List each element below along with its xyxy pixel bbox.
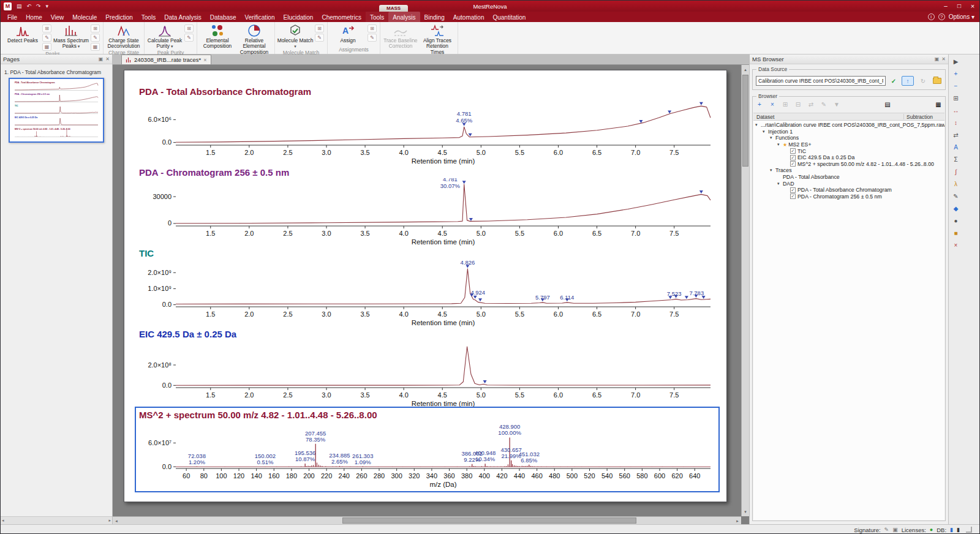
detect-peaks-button[interactable]: Detect Peaks	[4, 23, 41, 51]
vertical-scroll-thumb[interactable]	[742, 75, 748, 167]
trace-checkbox[interactable]: ✓	[790, 187, 796, 193]
tab-close-icon[interactable]: ×	[203, 57, 206, 63]
menu-view[interactable]: View	[47, 12, 69, 22]
expander-icon[interactable]: ▾	[755, 122, 761, 127]
chart-1[interactable]: PDA - Total Absorbance Chromatogram1.52.…	[138, 86, 717, 166]
document-tab[interactable]: 240308_IRB...rate traces* ×	[121, 55, 211, 64]
menu-chemometrics[interactable]: Chemometrics	[317, 12, 365, 22]
maximize-button[interactable]: □	[952, 1, 966, 12]
tree-item-injection-1[interactable]: ▾Injection 1	[753, 129, 944, 135]
quick-access-chevron-icon[interactable]: ▾	[43, 3, 51, 9]
menu-prediction[interactable]: Prediction	[101, 12, 137, 22]
link-traces-icon[interactable]: ⇄	[807, 100, 815, 109]
collapse-all-icon[interactable]: ⊟	[794, 100, 802, 109]
fit-width-tool-icon[interactable]: ↔	[951, 106, 961, 116]
molecule-match-button[interactable]: Molecule Match ▾	[277, 23, 314, 50]
signatureicon-2[interactable]: ▣	[892, 526, 898, 533]
open-folder-icon[interactable]	[933, 78, 941, 84]
small-tool-button[interactable]: ✎	[315, 34, 324, 42]
expander-icon[interactable]: ▾	[770, 135, 775, 140]
dbicon-1[interactable]: ▮	[950, 526, 953, 533]
menu-binding[interactable]: Binding	[420, 12, 449, 22]
elemental-composition-button[interactable]: Elemental Composition	[199, 23, 236, 55]
menu-quantitation[interactable]: Quantitation	[488, 12, 530, 22]
document-canvas[interactable]: PDA - Total Absorbance Chromatogram1.52.…	[113, 65, 741, 516]
tree-item-eic-429-5-da-0-25-da[interactable]: ✓EIC 429.5 Da ± 0.25 Da	[753, 154, 944, 161]
annotate-tool-icon[interactable]: A	[951, 143, 961, 152]
pin-panel-icon[interactable]: ▣	[99, 56, 104, 62]
resize-grip[interactable]	[966, 527, 972, 533]
document-vertical-scrollbar[interactable]: ▴ ▾	[741, 65, 749, 516]
trace-checkbox[interactable]: ✓	[790, 161, 796, 167]
small-tool-button[interactable]: ⊞	[42, 24, 51, 32]
pointer-tool-icon[interactable]: ▶	[951, 57, 961, 67]
delete-tool-icon[interactable]: ×	[951, 241, 961, 250]
chart-3[interactable]: TIC1.52.02.53.03.54.04.55.05.56.06.57.07…	[138, 248, 717, 328]
expander-icon[interactable]: ▾	[770, 168, 775, 173]
menu-database[interactable]: Database	[206, 12, 241, 22]
document-horizontal-scrollbar[interactable]: ◂ ▸	[113, 516, 741, 524]
edit-tool-icon[interactable]: ✎	[951, 192, 961, 201]
scroll-down-icon[interactable]: ▾	[742, 508, 749, 516]
small-tool-button[interactable]: ⊞	[184, 24, 194, 32]
dropdown-chevron-icon[interactable]: ▾	[77, 44, 80, 48]
tree-item-ms2-es[interactable]: ▾★MS2 ES+	[753, 141, 944, 148]
expander-icon[interactable]: ▾	[777, 181, 783, 186]
info-icon[interactable]: i	[928, 13, 935, 20]
fit-height-tool-icon[interactable]: ↕	[951, 118, 961, 128]
page-thumbnail[interactable]: PDA - Total Absorbance ChromatogramPDA -…	[9, 78, 104, 143]
expander-icon[interactable]: ▾	[763, 129, 768, 134]
close-button[interactable]: ×	[966, 1, 979, 12]
menu-automation[interactable]: Automation	[449, 12, 489, 22]
save-icon[interactable]: ▤	[14, 3, 24, 9]
tree-item-pda-total-absorbance-chromatogram[interactable]: ✓PDA - Total Absorbance Chromatogram	[753, 187, 944, 194]
subtraction-column-header[interactable]: Subtraction	[907, 114, 933, 120]
dropdown-chevron-icon[interactable]: ▾	[294, 44, 296, 48]
align-traces-retention-times-button[interactable]: Align Traces Retention Times	[419, 23, 456, 55]
menu-tools[interactable]: Tools	[137, 12, 160, 22]
expand-all-icon[interactable]: ⊞	[781, 100, 790, 109]
close-panel-icon[interactable]: ✕	[941, 56, 946, 62]
calculate-peak-purity-button[interactable]: Calculate Peak Purity ▾	[146, 23, 183, 50]
add-dataset-icon[interactable]: +	[755, 100, 764, 109]
menu-verification[interactable]: Verification	[241, 12, 279, 22]
redo-icon[interactable]: ↷	[34, 3, 43, 9]
charge-state-deconvolution-button[interactable]: Charge State Deconvolution	[105, 23, 142, 50]
edit-icon[interactable]: ✎	[820, 100, 828, 109]
trace-checkbox[interactable]: ✓	[790, 148, 796, 154]
minimize-button[interactable]: –	[939, 1, 952, 12]
zoom-out-tool-icon[interactable]: −	[951, 81, 961, 91]
expander-icon[interactable]: ▾	[777, 142, 783, 147]
chart-2[interactable]: PDA - Chromatogram 256 ± 0.5 nm1.52.02.5…	[138, 167, 717, 247]
chart-5[interactable]: MS^2 + spectrum 50.00 m/z 4.82 - 1.01..4…	[138, 410, 717, 489]
help-icon[interactable]: ?	[938, 13, 945, 20]
page-thumbnail-label[interactable]: 1. PDA - Total Absorbance Chromatogram	[4, 69, 108, 75]
menu-elucidation[interactable]: Elucidation	[279, 12, 318, 22]
menu-molecule[interactable]: Molecule	[68, 12, 101, 22]
menu-home[interactable]: Home	[21, 12, 47, 22]
table-view-icon[interactable]: ▦	[934, 100, 943, 109]
tree-item-pda-chromatogram-256-0-5-nm[interactable]: ✓PDA - Chromatogram 256 ± 0.5 nm	[753, 194, 944, 200]
small-tool-button[interactable]: ✎	[42, 34, 51, 42]
chart-4[interactable]: EIC 429.5 Da ± 0.25 Da1.52.02.53.03.54.0…	[138, 329, 717, 408]
marker-tool-icon[interactable]: ◆	[951, 204, 961, 214]
remove-dataset-icon[interactable]: ×	[768, 100, 777, 109]
small-tool-button[interactable]: ⊞	[315, 24, 324, 32]
menu-data-analysis[interactable]: Data Analysis	[160, 12, 206, 22]
small-tool-button[interactable]: ⊞	[368, 24, 377, 32]
close-panel-icon[interactable]: ✕	[105, 56, 110, 62]
mass-contextual-tab[interactable]: MASS	[379, 5, 408, 12]
filter-icon[interactable]: ▼	[832, 100, 841, 109]
point-tool-icon[interactable]: ●	[951, 216, 961, 226]
dbicon-2[interactable]: ▮	[957, 526, 960, 533]
licensesicon-1[interactable]: ●	[930, 526, 933, 533]
pin-panel-icon[interactable]: ▣	[935, 56, 940, 62]
signatureicon-1[interactable]: ✎	[884, 526, 889, 533]
horizontal-scroll-thumb[interactable]	[342, 517, 636, 524]
trace-checkbox[interactable]: ✓	[790, 155, 796, 160]
menu-tools[interactable]: Tools	[366, 12, 388, 22]
swap-axes-tool-icon[interactable]: ⇄	[951, 130, 961, 140]
small-tool-button[interactable]: ▦	[42, 43, 51, 51]
relative-elemental-composition-button[interactable]: Relative Elemental Composition	[236, 23, 273, 55]
tree-item-pda-total-absorbance[interactable]: PDA - Total Absorbance	[753, 174, 944, 181]
